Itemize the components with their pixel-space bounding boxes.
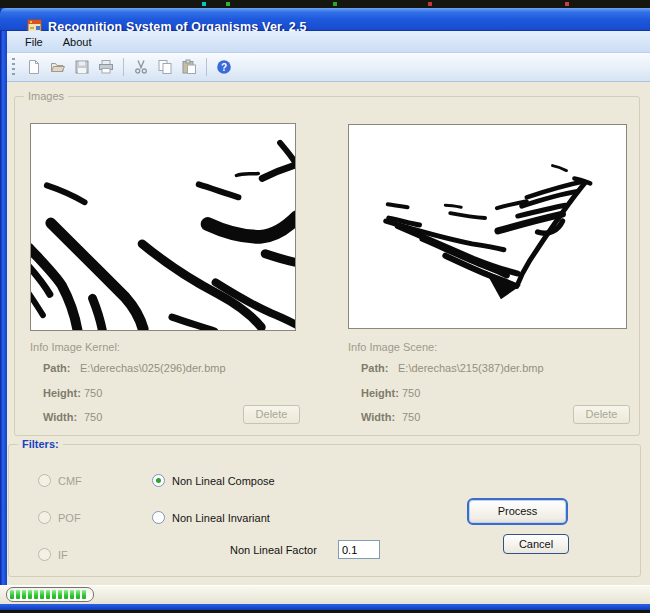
kernel-delete-button[interactable]: Delete — [243, 405, 300, 424]
kernel-path-label: Path: — [43, 362, 71, 374]
cancel-button[interactable]: Cancel — [503, 534, 569, 554]
toolbar-separator — [206, 58, 207, 76]
radio-non-lineal-invariant[interactable] — [152, 511, 165, 524]
scene-image — [348, 124, 627, 329]
scene-height-label: Height: — [361, 387, 399, 399]
kernel-height-value: 750 — [84, 387, 102, 399]
menubar: File About — [7, 31, 650, 53]
radio-pof-label: POF — [58, 512, 81, 524]
window-border-left — [0, 8, 7, 610]
scene-section-title: Info Image Scene: — [348, 341, 437, 353]
kernel-height-label: Height: — [43, 387, 81, 399]
scene-delete-button[interactable]: Delete — [573, 405, 630, 424]
kernel-image — [30, 123, 296, 331]
radio-non-lineal-invariant-label: Non Lineal Invariant — [172, 512, 270, 524]
kernel-image-stripes — [31, 124, 295, 330]
help-icon[interactable]: ? — [216, 59, 232, 75]
radio-if-label: IF — [58, 549, 68, 561]
progress-bar — [6, 587, 94, 602]
cut-icon[interactable] — [133, 59, 149, 75]
filters-group-label: Filters: — [18, 438, 63, 451]
scene-path-label: Path: — [361, 362, 389, 374]
non-lineal-factor-input[interactable] — [338, 540, 380, 559]
non-lineal-factor-label: Non Lineal Factor — [230, 544, 317, 556]
kernel-section-title: Info Image Kernel: — [30, 341, 120, 353]
radio-cmf-label: CMF — [58, 475, 82, 487]
menu-file[interactable]: File — [15, 33, 53, 51]
new-document-icon[interactable] — [26, 59, 42, 75]
desktop-edge-top — [0, 0, 650, 8]
kernel-width-label: Width: — [43, 411, 77, 423]
scene-path-value: E:\derechas\215(387)der.bmp — [398, 362, 544, 374]
paste-icon[interactable] — [181, 59, 197, 75]
radio-pof[interactable] — [38, 511, 51, 524]
app-window: Recognition System of Organisms Ver. 2.5… — [0, 0, 650, 613]
images-group-label: Images — [24, 90, 68, 103]
radio-if[interactable] — [38, 548, 51, 561]
kernel-width-value: 750 — [84, 411, 102, 423]
save-icon[interactable] — [74, 59, 90, 75]
menu-about[interactable]: About — [53, 33, 102, 51]
scene-width-label: Width: — [361, 411, 395, 423]
titlebar[interactable]: Recognition System of Organisms Ver. 2.5 — [0, 8, 650, 31]
radio-non-lineal-compose[interactable] — [152, 474, 165, 487]
toolbar-separator — [123, 58, 124, 76]
print-icon[interactable] — [98, 59, 114, 75]
scene-height-value: 750 — [402, 387, 420, 399]
toolbar: ? — [7, 53, 650, 82]
toolbar-grip-handle[interactable] — [12, 58, 15, 76]
process-button[interactable]: Process — [467, 498, 568, 525]
radio-non-lineal-compose-label: Non Lineal Compose — [172, 475, 275, 487]
statusbar — [0, 585, 650, 604]
open-folder-icon[interactable] — [50, 59, 66, 75]
kernel-path-value: E:\derechas\025(296)der.bmp — [80, 362, 226, 374]
scene-width-value: 750 — [402, 411, 420, 423]
scene-image-stripes — [349, 125, 626, 328]
copy-icon[interactable] — [157, 59, 173, 75]
svg-text:?: ? — [221, 62, 227, 73]
radio-cmf[interactable] — [38, 474, 51, 487]
